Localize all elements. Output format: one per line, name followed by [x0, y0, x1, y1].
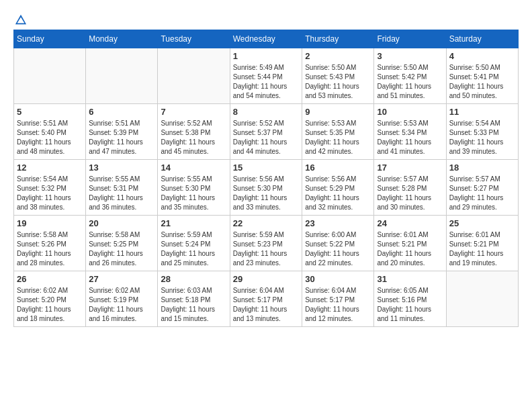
- day-number: 2: [305, 51, 371, 61]
- calendar-cell: 5Sunrise: 5:51 AM Sunset: 5:40 PM Daylig…: [14, 104, 86, 160]
- day-info: Sunrise: 5:59 AM Sunset: 5:23 PM Dayligh…: [233, 230, 300, 268]
- day-info: Sunrise: 6:00 AM Sunset: 5:22 PM Dayligh…: [305, 230, 371, 268]
- day-info: Sunrise: 5:49 AM Sunset: 5:44 PM Dayligh…: [233, 63, 300, 101]
- day-info: Sunrise: 5:55 AM Sunset: 5:30 PM Dayligh…: [161, 175, 226, 212]
- calendar-week-row: 26Sunrise: 6:02 AM Sunset: 5:20 PM Dayli…: [14, 271, 519, 327]
- day-info: Sunrise: 6:04 AM Sunset: 5:17 PM Dayligh…: [305, 286, 371, 324]
- calendar-cell: 17Sunrise: 5:57 AM Sunset: 5:28 PM Dayli…: [374, 160, 446, 216]
- day-number: 15: [233, 163, 300, 173]
- calendar-cell: 3Sunrise: 5:50 AM Sunset: 5:42 PM Daylig…: [374, 48, 446, 104]
- calendar-cell: 1Sunrise: 5:49 AM Sunset: 5:44 PM Daylig…: [230, 48, 302, 104]
- day-info: Sunrise: 5:54 AM Sunset: 5:33 PM Dayligh…: [449, 119, 515, 156]
- day-number: 1: [233, 51, 300, 61]
- day-number: 22: [233, 218, 300, 228]
- calendar-cell: 4Sunrise: 5:50 AM Sunset: 5:41 PM Daylig…: [446, 48, 518, 104]
- calendar-cell: 22Sunrise: 5:59 AM Sunset: 5:23 PM Dayli…: [230, 216, 302, 271]
- day-number: 19: [17, 218, 83, 228]
- calendar-cell: 29Sunrise: 6:04 AM Sunset: 5:17 PM Dayli…: [230, 271, 302, 327]
- calendar-week-row: 19Sunrise: 5:58 AM Sunset: 5:26 PM Dayli…: [14, 216, 519, 271]
- day-number: 13: [89, 163, 154, 173]
- day-number: 24: [377, 218, 443, 228]
- day-info: Sunrise: 5:52 AM Sunset: 5:37 PM Dayligh…: [233, 119, 300, 156]
- calendar-cell: 2Sunrise: 5:50 AM Sunset: 5:43 PM Daylig…: [302, 48, 374, 104]
- calendar-cell: 24Sunrise: 6:01 AM Sunset: 5:21 PM Dayli…: [374, 216, 446, 271]
- day-number: 3: [377, 51, 443, 61]
- calendar-cell: 21Sunrise: 5:59 AM Sunset: 5:24 PM Dayli…: [158, 216, 230, 271]
- calendar-cell: 31Sunrise: 6:05 AM Sunset: 5:16 PM Dayli…: [374, 271, 446, 327]
- day-number: 5: [17, 107, 83, 117]
- day-info: Sunrise: 6:01 AM Sunset: 5:21 PM Dayligh…: [377, 230, 443, 268]
- day-number: 16: [305, 163, 371, 173]
- day-info: Sunrise: 5:50 AM Sunset: 5:43 PM Dayligh…: [305, 63, 371, 101]
- calendar-table: SundayMondayTuesdayWednesdayThursdayFrid…: [13, 30, 519, 327]
- calendar-cell: 20Sunrise: 5:58 AM Sunset: 5:25 PM Dayli…: [86, 216, 158, 271]
- day-info: Sunrise: 5:59 AM Sunset: 5:24 PM Dayligh…: [161, 230, 226, 268]
- day-info: Sunrise: 6:02 AM Sunset: 5:20 PM Dayligh…: [17, 286, 83, 324]
- day-info: Sunrise: 5:52 AM Sunset: 5:38 PM Dayligh…: [161, 119, 226, 156]
- day-number: 23: [305, 218, 371, 228]
- day-number: 18: [449, 163, 515, 173]
- day-info: Sunrise: 5:55 AM Sunset: 5:31 PM Dayligh…: [89, 175, 154, 212]
- calendar-week-row: 5Sunrise: 5:51 AM Sunset: 5:40 PM Daylig…: [14, 104, 519, 160]
- calendar-cell: 13Sunrise: 5:55 AM Sunset: 5:31 PM Dayli…: [86, 160, 158, 216]
- day-info: Sunrise: 5:57 AM Sunset: 5:27 PM Dayligh…: [449, 175, 515, 212]
- day-number: 9: [305, 107, 371, 117]
- day-info: Sunrise: 5:56 AM Sunset: 5:29 PM Dayligh…: [305, 175, 371, 212]
- day-info: Sunrise: 5:51 AM Sunset: 5:40 PM Dayligh…: [17, 119, 83, 156]
- calendar-week-row: 1Sunrise: 5:49 AM Sunset: 5:44 PM Daylig…: [14, 48, 519, 104]
- calendar-cell: 14Sunrise: 5:55 AM Sunset: 5:30 PM Dayli…: [158, 160, 230, 216]
- calendar-cell: [14, 48, 86, 104]
- calendar-cell: 6Sunrise: 5:51 AM Sunset: 5:39 PM Daylig…: [86, 104, 158, 160]
- day-number: 27: [89, 274, 154, 284]
- weekday-header: Saturday: [446, 30, 518, 48]
- calendar-cell: [446, 271, 518, 327]
- weekday-header: Thursday: [302, 30, 374, 48]
- day-number: 28: [161, 274, 226, 284]
- day-number: 7: [161, 107, 226, 117]
- day-number: 30: [305, 274, 371, 284]
- weekday-header: Tuesday: [158, 30, 230, 48]
- day-info: Sunrise: 5:56 AM Sunset: 5:30 PM Dayligh…: [233, 175, 300, 212]
- calendar-cell: [158, 48, 230, 104]
- day-number: 8: [233, 107, 300, 117]
- calendar-cell: 12Sunrise: 5:54 AM Sunset: 5:32 PM Dayli…: [14, 160, 86, 216]
- calendar-cell: 9Sunrise: 5:53 AM Sunset: 5:35 PM Daylig…: [302, 104, 374, 160]
- weekday-header: Friday: [374, 30, 446, 48]
- day-info: Sunrise: 5:51 AM Sunset: 5:39 PM Dayligh…: [89, 119, 154, 156]
- calendar-cell: 28Sunrise: 6:03 AM Sunset: 5:18 PM Dayli…: [158, 271, 230, 327]
- day-number: 10: [377, 107, 443, 117]
- day-info: Sunrise: 6:03 AM Sunset: 5:18 PM Dayligh…: [161, 286, 226, 324]
- calendar-cell: 8Sunrise: 5:52 AM Sunset: 5:37 PM Daylig…: [230, 104, 302, 160]
- day-number: 12: [17, 163, 83, 173]
- day-info: Sunrise: 5:54 AM Sunset: 5:32 PM Dayligh…: [17, 175, 83, 212]
- calendar-cell: 26Sunrise: 6:02 AM Sunset: 5:20 PM Dayli…: [14, 271, 86, 327]
- calendar-cell: 23Sunrise: 6:00 AM Sunset: 5:22 PM Dayli…: [302, 216, 374, 271]
- day-info: Sunrise: 5:57 AM Sunset: 5:28 PM Dayligh…: [377, 175, 443, 212]
- day-number: 4: [449, 51, 515, 61]
- calendar-cell: 7Sunrise: 5:52 AM Sunset: 5:38 PM Daylig…: [158, 104, 230, 160]
- day-number: 29: [233, 274, 300, 284]
- calendar-cell: 15Sunrise: 5:56 AM Sunset: 5:30 PM Dayli…: [230, 160, 302, 216]
- day-number: 21: [161, 218, 226, 228]
- calendar-cell: 16Sunrise: 5:56 AM Sunset: 5:29 PM Dayli…: [302, 160, 374, 216]
- day-number: 6: [89, 107, 154, 117]
- calendar-cell: 30Sunrise: 6:04 AM Sunset: 5:17 PM Dayli…: [302, 271, 374, 327]
- calendar-cell: 19Sunrise: 5:58 AM Sunset: 5:26 PM Dayli…: [14, 216, 86, 271]
- weekday-header: Monday: [86, 30, 158, 48]
- calendar-week-row: 12Sunrise: 5:54 AM Sunset: 5:32 PM Dayli…: [14, 160, 519, 216]
- day-number: 25: [449, 218, 515, 228]
- calendar-cell: 25Sunrise: 6:01 AM Sunset: 5:21 PM Dayli…: [446, 216, 518, 271]
- day-info: Sunrise: 5:53 AM Sunset: 5:34 PM Dayligh…: [377, 119, 443, 156]
- calendar-cell: 27Sunrise: 6:02 AM Sunset: 5:19 PM Dayli…: [86, 271, 158, 327]
- calendar-cell: [86, 48, 158, 104]
- day-number: 14: [161, 163, 226, 173]
- calendar-cell: 10Sunrise: 5:53 AM Sunset: 5:34 PM Dayli…: [374, 104, 446, 160]
- day-info: Sunrise: 6:01 AM Sunset: 5:21 PM Dayligh…: [449, 230, 515, 268]
- page-header: [13, 13, 519, 23]
- day-info: Sunrise: 6:02 AM Sunset: 5:19 PM Dayligh…: [89, 286, 154, 324]
- day-info: Sunrise: 5:50 AM Sunset: 5:42 PM Dayligh…: [377, 63, 443, 101]
- calendar-header-row: SundayMondayTuesdayWednesdayThursdayFrid…: [14, 30, 519, 48]
- day-info: Sunrise: 5:50 AM Sunset: 5:41 PM Dayligh…: [449, 63, 515, 101]
- calendar-cell: 11Sunrise: 5:54 AM Sunset: 5:33 PM Dayli…: [446, 104, 518, 160]
- weekday-header: Wednesday: [230, 30, 302, 48]
